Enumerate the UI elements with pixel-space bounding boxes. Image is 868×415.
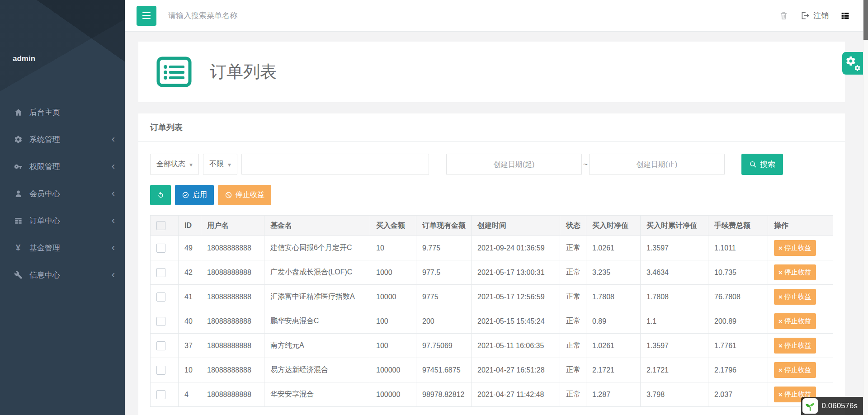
column-header: 买入金额: [370, 216, 416, 236]
user-icon: [13, 189, 24, 198]
cell-username: 18088888888: [201, 236, 264, 260]
cell-nav: 1.7808: [586, 285, 641, 309]
stop-profit-button[interactable]: 停止收益: [774, 362, 816, 378]
refresh-button[interactable]: [150, 185, 171, 205]
cell-nav: 0.89: [586, 309, 641, 334]
home-icon: [13, 108, 24, 117]
cell-fee: 1.1011: [708, 236, 768, 260]
enable-button[interactable]: 启用: [175, 185, 214, 205]
stop-profit-bulk-button[interactable]: 停止收益: [218, 185, 271, 205]
cell-buy-amount: 100000: [370, 358, 416, 382]
topbar-actions: 注销: [779, 10, 850, 21]
layout-button[interactable]: [840, 11, 850, 20]
cell-id: 41: [179, 285, 201, 309]
cell-username: 18088888888: [201, 285, 264, 309]
status-select[interactable]: 全部状态: [150, 154, 199, 175]
sidebar-item-orders[interactable]: 订单中心 ‹: [0, 207, 125, 234]
row-checkbox[interactable]: [156, 292, 165, 302]
profile-area: admin: [0, 0, 125, 94]
cell-nav: 3.235: [586, 260, 641, 285]
cell-status: 正常: [560, 260, 586, 285]
sidebar-item-info[interactable]: 信息中心 ‹: [0, 261, 125, 288]
sidebar-item-system[interactable]: 系统管理 ‹: [0, 126, 125, 153]
date-end-input[interactable]: [589, 154, 725, 175]
check-circle-icon: [182, 191, 189, 199]
cell-created-time: 2021-04-27 11:42:48: [472, 382, 560, 407]
row-checkbox[interactable]: [156, 244, 165, 253]
cell-buy-amount: 10000: [370, 285, 416, 309]
cell-acc-nav: 1.3597: [641, 334, 708, 358]
orders-table: ID用户名基金名买入金额订单现有金额创建时间状态买入时净值买入时累计净值手续费总…: [150, 215, 833, 407]
keyword-input[interactable]: [241, 154, 429, 175]
stop-profit-button-label: 停止收益: [784, 244, 811, 252]
table-row: 49 18088888888 建信安心回报6个月定开C 10 9.775 202…: [151, 236, 833, 260]
cell-nav: 1.0261: [586, 334, 641, 358]
filter-bar: 全部状态 不限 ~ 搜索: [150, 154, 833, 175]
cell-status: 正常: [560, 382, 586, 407]
cell-created-time: 2021-09-24 01:36:59: [472, 236, 560, 260]
cell-status: 正常: [560, 285, 586, 309]
column-header: 买入时累计净值: [641, 216, 708, 236]
column-header: 订单现有金额: [416, 216, 472, 236]
cell-buy-amount: 10: [370, 236, 416, 260]
load-time-value: 0.060576s: [822, 401, 858, 410]
topbar: 注销: [125, 0, 868, 32]
cell-fee: 76.7808: [708, 285, 768, 309]
x-icon: [778, 391, 783, 398]
scope-select[interactable]: 不限: [203, 154, 237, 175]
checkbox-cell: [151, 236, 179, 260]
scrollbar-thumb[interactable]: [863, 0, 868, 40]
column-header: 用户名: [201, 216, 264, 236]
action-cell: 停止收益: [768, 309, 833, 334]
row-checkbox[interactable]: [156, 390, 165, 399]
sidebar-item-members[interactable]: 会员中心 ‹: [0, 180, 125, 207]
date-start-input[interactable]: [446, 154, 582, 175]
stop-profit-button[interactable]: 停止收益: [774, 313, 816, 329]
row-checkbox[interactable]: [156, 366, 165, 375]
table-row: 4 18088888888 华安安享混合 100000 98978.82812 …: [151, 382, 833, 407]
x-icon: [778, 342, 783, 349]
table-row: 41 18088888888 汇添富中证精准医疗指数A 10000 9775 2…: [151, 285, 833, 309]
table-row: 42 18088888888 广发小盘成长混合(LOF)C 1000 977.5…: [151, 260, 833, 285]
menu-search-input[interactable]: [168, 11, 331, 20]
cell-created-time: 2021-05-11 16:06:35: [472, 334, 560, 358]
sidebar-item-permissions[interactable]: 权限管理 ‹: [0, 153, 125, 180]
stop-profit-button[interactable]: 停止收益: [774, 338, 816, 354]
logout-button[interactable]: 注销: [800, 10, 829, 21]
cell-acc-nav: 3.798: [641, 382, 708, 407]
row-checkbox[interactable]: [156, 341, 165, 350]
cell-fee: 10.735: [708, 260, 768, 285]
list-alt-icon: [156, 53, 193, 90]
search-button[interactable]: 搜索: [741, 154, 783, 175]
menu-toggle-button[interactable]: [137, 6, 156, 26]
row-checkbox[interactable]: [156, 317, 165, 326]
sidebar-item-funds[interactable]: ¥ 基金管理 ‹: [0, 234, 125, 261]
search-button-label: 搜索: [760, 159, 775, 170]
chevron-left-icon: ‹: [112, 216, 115, 226]
table-row: 40 18088888888 鹏华安惠混合C 100 200 2021-05-1…: [151, 309, 833, 334]
column-header: ID: [179, 216, 201, 236]
x-icon: [778, 244, 783, 252]
cell-buy-amount: 1000: [370, 260, 416, 285]
stop-profit-button[interactable]: 停止收益: [774, 240, 816, 256]
stop-profit-button[interactable]: 停止收益: [774, 264, 816, 280]
table-body: 49 18088888888 建信安心回报6个月定开C 10 9.775 202…: [151, 236, 833, 407]
settings-float-button[interactable]: [842, 52, 863, 75]
page-heading: 订单列表: [138, 42, 845, 102]
stop-profit-button-label: 停止收益: [784, 317, 811, 325]
table-row: 10 18088888888 易方达新经济混合 100000 97451.687…: [151, 358, 833, 382]
cell-acc-nav: 1.1: [641, 309, 708, 334]
trash-button[interactable]: [779, 11, 788, 20]
stop-profit-button[interactable]: 停止收益: [774, 289, 816, 305]
column-header: 状态: [560, 216, 586, 236]
order-panel: 订单列表 全部状态 不限 ~: [138, 113, 845, 415]
plant-icon: [802, 398, 818, 414]
scrollbar[interactable]: [863, 0, 868, 415]
chevron-left-icon: ‹: [112, 270, 115, 280]
checkbox-cell: [151, 334, 179, 358]
column-header: 基金名: [264, 216, 370, 236]
select-all-checkbox[interactable]: [156, 221, 165, 230]
cell-id: 42: [179, 260, 201, 285]
sidebar-item-home[interactable]: 后台主页: [0, 99, 125, 126]
row-checkbox[interactable]: [156, 268, 165, 277]
